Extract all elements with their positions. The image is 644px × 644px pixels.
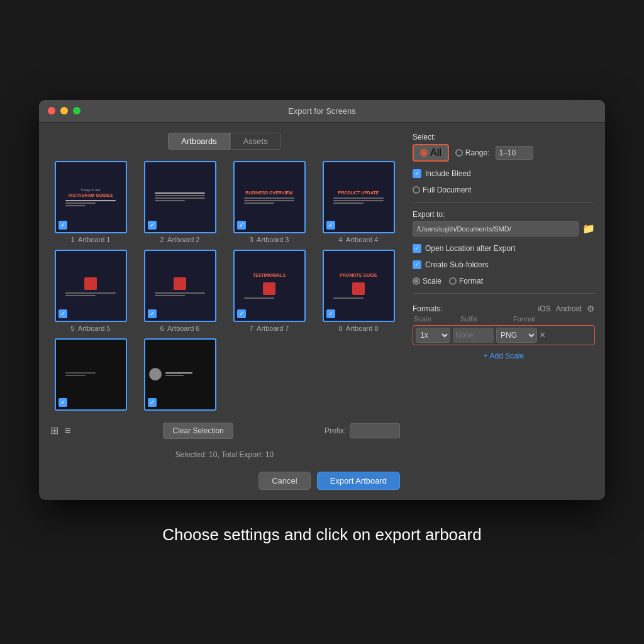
- list-view-button[interactable]: ≡: [64, 423, 72, 438]
- full-document-radio[interactable]: [413, 186, 420, 194]
- open-location-label: Open Location after Export: [425, 244, 515, 253]
- artboard-checkbox-8[interactable]: ✓: [326, 309, 335, 318]
- all-radio-button[interactable]: All: [413, 144, 449, 162]
- artboard-thumb-10[interactable]: ✓: [144, 338, 216, 411]
- format-radio-btn[interactable]: [449, 277, 457, 285]
- create-subfolders-row: ✓ Create Sub-folders: [413, 260, 595, 269]
- artboard-checkbox-4[interactable]: ✓: [326, 221, 335, 230]
- artboard-checkbox-6[interactable]: ✓: [148, 309, 157, 318]
- artboard-thumb-4[interactable]: Product Update ✓: [323, 161, 395, 233]
- prefix-input[interactable]: [350, 423, 400, 438]
- section-divider-1: [413, 202, 595, 203]
- formats-section: Formats: iOS Android ⚙ Scale Suffix Form…: [413, 301, 595, 363]
- scale-radio-btn[interactable]: [413, 277, 420, 285]
- range-radio-circle[interactable]: [455, 149, 463, 157]
- mac-window: Export for Screens Artboards Assets: [39, 100, 605, 500]
- create-subfolders-checkbox[interactable]: ✓: [413, 260, 421, 269]
- export-to-section: Export to: 📁: [413, 210, 595, 236]
- bottom-controls-row: ⊞ ≡ Clear Selection Prefix:: [49, 423, 400, 439]
- thumb-title-1: Instagram Guides: [69, 193, 113, 197]
- col-scale-header: Scale: [414, 315, 458, 323]
- android-button[interactable]: Android: [556, 304, 582, 313]
- open-location-checkbox[interactable]: ✓: [413, 244, 421, 253]
- minimize-button[interactable]: [60, 107, 68, 114]
- artboard-thumb-9[interactable]: ✓: [55, 338, 127, 411]
- select-label: Select:: [413, 133, 595, 142]
- view-icons: ⊞ ≡: [49, 423, 72, 438]
- all-radio-circle: [420, 149, 428, 157]
- artboard-thumb-8[interactable]: Promote Guide ✓: [323, 250, 395, 322]
- artboard-label-6: 6 Artboard 6: [160, 325, 200, 332]
- tab-artboards[interactable]: Artboards: [168, 133, 230, 150]
- ios-button[interactable]: iOS: [538, 304, 551, 313]
- clear-selection-button[interactable]: Clear Selection: [163, 423, 233, 439]
- artboard-item-9: ✓: [49, 338, 132, 413]
- left-panel: Artboards Assets 5 ways to use Instagram…: [49, 133, 400, 490]
- artboard-label-7: 7 Artboard 7: [250, 325, 289, 332]
- remove-format-button[interactable]: ×: [540, 330, 545, 340]
- cancel-button[interactable]: Cancel: [258, 472, 310, 490]
- export-artboard-button[interactable]: Export Artboard: [317, 472, 400, 490]
- export-to-label: Export to:: [413, 210, 595, 219]
- traffic-lights: [48, 107, 80, 114]
- include-bleed-checkbox[interactable]: ✓: [413, 169, 421, 178]
- artboard-thumb-1[interactable]: 5 ways to use Instagram Guides ✓: [55, 161, 127, 233]
- artboard-checkbox-3[interactable]: ✓: [237, 221, 246, 230]
- thumb-title-7: Testimonials: [253, 273, 286, 277]
- artboard-item-3: Business Overview ✓ 3 Artboard 3: [228, 161, 311, 243]
- format-select[interactable]: PNG JPG SVG PDF: [496, 328, 537, 343]
- instruction-text: Choose settings and click on export arbo…: [162, 525, 481, 545]
- artboard-checkbox-2[interactable]: ✓: [148, 221, 157, 230]
- path-row: 📁: [413, 221, 595, 236]
- col-format-header: Format: [513, 315, 564, 323]
- artboard-checkbox-1[interactable]: ✓: [58, 221, 67, 230]
- close-button[interactable]: [48, 107, 55, 114]
- artboard-checkbox-10[interactable]: ✓: [148, 398, 157, 407]
- fullscreen-button[interactable]: [73, 107, 80, 114]
- export-path-input[interactable]: [413, 221, 579, 236]
- artboards-scroll[interactable]: 5 ways to use Instagram Guides ✓: [49, 161, 400, 413]
- thumb-title-3: Business Overview: [245, 191, 292, 195]
- artboard-thumb-7[interactable]: Testimonials ✓: [233, 250, 306, 322]
- grid-view-button[interactable]: ⊞: [49, 423, 60, 438]
- artboard-thumb-3[interactable]: Business Overview ✓: [233, 161, 306, 233]
- scale-radio-group: Scale: [413, 277, 441, 286]
- thumb-title-4: Product Update: [338, 191, 379, 195]
- formats-header: Formats: iOS Android ⚙: [413, 304, 595, 314]
- add-scale-button[interactable]: + Add Scale: [413, 349, 595, 363]
- artboard-thumb-6[interactable]: ✓: [144, 250, 216, 322]
- artboard-item-5: ✓ 5 Artboard 5: [49, 250, 132, 332]
- open-location-row: ✓ Open Location after Export: [413, 244, 595, 253]
- artboard-checkbox-9[interactable]: ✓: [58, 398, 67, 407]
- format-radio-label: Format: [459, 277, 483, 286]
- screen-wrapper: Export for Screens Artboards Assets: [39, 100, 605, 545]
- folder-icon[interactable]: 📁: [582, 223, 595, 235]
- status-bar: Selected: 10, Total Export: 10: [49, 450, 400, 459]
- artboard-item-4: Product Update ✓ 4 Artboard 4: [317, 161, 400, 243]
- artboard-label-1: 1 Artboard 1: [71, 236, 111, 243]
- full-document-row: Full Document: [413, 186, 595, 194]
- artboard-checkbox-7[interactable]: ✓: [237, 309, 246, 318]
- artboard-thumb-5[interactable]: ✓: [55, 250, 127, 322]
- range-input[interactable]: [496, 146, 533, 160]
- artboard-item-2: ✓ 2 Artboard 2: [138, 161, 221, 243]
- scale-radio-label: Scale: [423, 277, 441, 286]
- gear-icon[interactable]: ⚙: [587, 304, 595, 314]
- dialog-buttons: Cancel Export Artboard: [49, 472, 400, 490]
- artboard-item-1: 5 ways to use Instagram Guides ✓: [49, 161, 132, 243]
- title-bar: Export for Screens: [39, 100, 605, 123]
- scale-format-row: Scale Format: [413, 277, 595, 286]
- artboard-checkbox-5[interactable]: ✓: [58, 309, 67, 318]
- window-body: Artboards Assets 5 ways to use Instagram…: [39, 123, 605, 500]
- artboard-item-10: ✓: [138, 338, 221, 413]
- include-bleed-label: Include Bleed: [425, 169, 471, 178]
- create-subfolders-label: Create Sub-folders: [425, 260, 489, 269]
- prefix-group: Prefix:: [325, 423, 400, 438]
- artboard-item-6: ✓ 6 Artboard 6: [138, 250, 221, 332]
- format-radio-group: Format: [449, 277, 483, 286]
- scale-select[interactable]: 1x 2x 3x: [416, 328, 450, 343]
- artboard-thumb-2[interactable]: ✓: [144, 161, 216, 233]
- suffix-input[interactable]: [453, 328, 494, 343]
- tab-assets[interactable]: Assets: [230, 133, 281, 150]
- window-title: Export for Screens: [288, 106, 356, 116]
